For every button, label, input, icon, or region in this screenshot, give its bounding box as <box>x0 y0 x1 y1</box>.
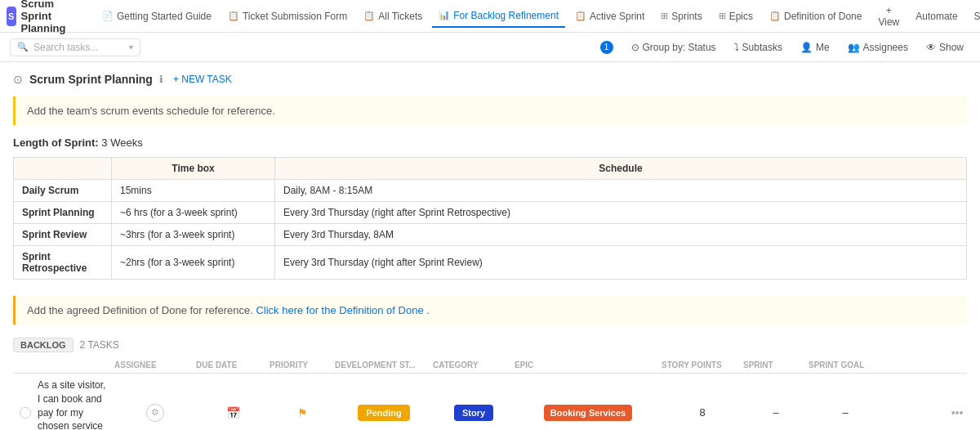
task-check-1[interactable] <box>13 407 38 419</box>
tab-backlog-refinement[interactable]: 📊 For Backlog Refinement <box>432 5 565 28</box>
filter-button[interactable]: 1 <box>594 38 620 56</box>
tab-label: Getting Started Guide <box>117 11 212 22</box>
event-name: Sprint Planning <box>14 202 112 224</box>
tab-label: Epics <box>729 11 753 22</box>
tab-definition-of-done[interactable]: 📋 Definition of Done <box>763 5 868 28</box>
tab-icon: 📋 <box>363 11 375 21</box>
col-sprint: SPRINT <box>743 361 808 370</box>
event-name: Daily Scrum <box>14 180 112 202</box>
task-text-1: As a site visitor, I can book and pay fo… <box>38 378 114 430</box>
event-timebox: ~2hrs (for a 3-week sprint) <box>112 246 275 280</box>
table-row: Daily Scrum 15mins Daily, 8AM - 8:15AM <box>14 180 967 202</box>
tab-getting-started[interactable]: 📄 Getting Started Guide <box>96 5 218 28</box>
tab-label: For Backlog Refinement <box>453 10 559 21</box>
event-timebox: ~6 hrs (for a 3-week sprint) <box>112 202 275 224</box>
share-button[interactable]: Share <box>968 7 980 25</box>
search-placeholder: Search tasks... <box>33 42 124 53</box>
assignees-button[interactable]: 👥 Assignees <box>841 39 915 56</box>
top-nav: S Scrum Sprint Planning 📄 Getting Starte… <box>0 0 980 33</box>
tab-all-tickets[interactable]: 📋 All Tickets <box>357 5 429 28</box>
event-schedule: Every 3rd Thursday (right after Sprint R… <box>275 202 967 224</box>
page-title: Scrum Sprint Planning <box>29 73 153 86</box>
subtasks-button[interactable]: ⤵ Subtasks <box>728 39 789 56</box>
col-schedule: Schedule <box>275 158 967 180</box>
dod-text-after: . <box>426 304 430 316</box>
group-by-icon: ⊙ <box>631 42 639 53</box>
scrum-events-table: Time box Schedule Daily Scrum 15mins Dai… <box>13 157 967 280</box>
table-row: Sprint Retrospective ~2hrs (for a 3-week… <box>14 246 967 280</box>
tab-ticket-form[interactable]: 📋 Ticket Submission Form <box>221 5 354 28</box>
calendar-icon-1[interactable]: 📅 <box>226 406 240 419</box>
page-header: ⊙ Scrum Sprint Planning ℹ + NEW TASK <box>13 72 967 87</box>
new-task-button[interactable]: + NEW TASK <box>170 72 235 87</box>
task-assignee-1[interactable]: ⚙ <box>114 404 196 422</box>
dod-text-before: Add the agreed Definition of Done for re… <box>27 304 253 316</box>
tab-sprints[interactable]: ⊞ Sprints <box>654 5 708 28</box>
tab-icon: ⊞ <box>719 11 726 21</box>
tab-icon: 📋 <box>769 11 781 21</box>
toolbar-right: 1 ⊙ Group by: Status ⤵ Subtasks 👤 Me 👥 A… <box>594 38 970 56</box>
tab-icon: 📋 <box>575 11 586 21</box>
sprint-length-value: 3 Weeks <box>101 137 142 149</box>
col-due-date: DUE DATE <box>196 361 270 370</box>
task-sprint-goal-1: – <box>808 406 882 419</box>
event-schedule: Every 3rd Thursday, 8AM <box>275 224 967 246</box>
group-by-label: Group by: Status <box>643 42 716 53</box>
me-label: Me <box>816 42 830 53</box>
backlog-label: BACKLOG <box>13 338 74 352</box>
task-epic-1: Booking Services <box>514 405 662 421</box>
tab-icon: 📊 <box>439 10 450 20</box>
tab-label: Definition of Done <box>784 11 862 22</box>
more-icon-1[interactable]: ••• <box>951 406 964 419</box>
me-button[interactable]: 👤 Me <box>794 39 836 56</box>
dod-link[interactable]: Click here for the Definition of Done <box>256 304 423 316</box>
assign-icon-1[interactable]: ⚙ <box>146 404 164 422</box>
category-badge-1: Story <box>454 405 493 421</box>
assignees-label: Assignees <box>863 42 908 53</box>
col-timebox: Time box <box>112 158 275 180</box>
tab-icon: 📄 <box>102 11 114 21</box>
page-header-icon: ⊙ <box>13 73 23 86</box>
tab-active-sprint[interactable]: 📋 Active Sprint <box>568 5 651 28</box>
app-logo: S Scrum Sprint Planning <box>7 0 76 34</box>
task-sprint-1: – <box>743 406 808 419</box>
col-priority: PRIORITY <box>270 361 335 370</box>
main-content: ⊙ Scrum Sprint Planning ℹ + NEW TASK Add… <box>0 62 980 430</box>
search-box[interactable]: 🔍 Search tasks... ▾ <box>10 38 140 56</box>
event-schedule: Daily, 8AM - 8:15AM <box>275 180 967 202</box>
app-title: Scrum Sprint Planning <box>21 0 76 34</box>
col-assignee: ASSIGNEE <box>114 361 196 370</box>
event-name: Sprint Review <box>14 224 112 246</box>
filter-badge: 1 <box>600 41 613 54</box>
event-timebox: 15mins <box>112 180 275 202</box>
col-epic: EPIC <box>514 361 662 370</box>
search-arrow-icon: ▾ <box>129 43 133 52</box>
notice-text: Add the team's scrum events schedule for… <box>27 105 275 117</box>
dod-notice: Add the agreed Definition of Done for re… <box>13 296 967 325</box>
task-more-1[interactable]: ••• <box>947 406 967 419</box>
show-label: Show <box>939 42 964 53</box>
tab-icon: ⊞ <box>661 11 668 21</box>
tab-label: All Tickets <box>378 11 422 22</box>
tab-label: Ticket Submission Form <box>243 11 347 22</box>
task-checkbox-1[interactable] <box>20 407 31 419</box>
show-button[interactable]: 👁 Show <box>920 39 970 56</box>
tab-epics[interactable]: ⊞ Epics <box>712 5 760 28</box>
show-icon: 👁 <box>926 42 936 53</box>
sprint-length-label: Length of Sprint: <box>13 137 99 149</box>
event-name: Sprint Retrospective <box>14 246 112 280</box>
event-timebox: ~3hrs (for a 3-week sprint) <box>112 224 275 246</box>
page-header-info: ℹ <box>159 74 163 85</box>
assignees-icon: 👥 <box>848 42 860 53</box>
view-button[interactable]: + View <box>871 2 906 31</box>
col-sprint-goal: SPRINT GOAL <box>808 361 882 370</box>
status-badge-1: Pending <box>358 405 409 421</box>
task-due-date-1[interactable]: 📅 <box>196 406 270 419</box>
table-row: Sprint Review ~3hrs (for a 3-week sprint… <box>14 224 967 246</box>
group-by-button[interactable]: ⊙ Group by: Status <box>625 39 723 56</box>
backlog-section: BACKLOG 2 TASKS ASSIGNEE DUE DATE PRIORI… <box>13 338 967 430</box>
priority-flag-1: ⚑ <box>297 406 308 419</box>
sprint-length: Length of Sprint: 3 Weeks <box>13 137 967 149</box>
automate-button[interactable]: Automate <box>909 7 964 25</box>
task-table-header: ASSIGNEE DUE DATE PRIORITY DEVELOPMENT S… <box>13 357 967 374</box>
